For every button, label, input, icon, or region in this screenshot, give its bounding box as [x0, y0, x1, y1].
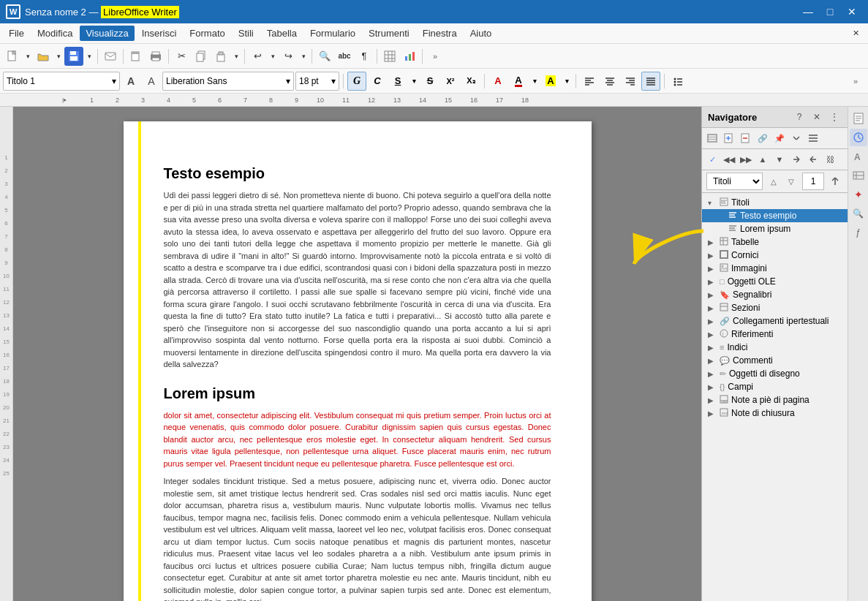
redo-button[interactable]: ↪: [279, 47, 298, 66]
menu-aiuto[interactable]: Aiuto: [464, 26, 498, 41]
align-right-button[interactable]: [621, 72, 640, 91]
nav-expand-all-button[interactable]: [788, 130, 804, 146]
subscript-button[interactable]: X₂: [461, 72, 480, 91]
italic-button[interactable]: C: [368, 72, 387, 91]
font-name-dropdown[interactable]: Liberation Sans ▾: [162, 72, 294, 91]
nav-item-riferimenti[interactable]: ▶ i Riferimenti: [702, 328, 848, 341]
nav-item-cornici[interactable]: ▶ Cornici: [702, 249, 848, 262]
underline-button[interactable]: S: [388, 72, 407, 91]
nav-item-oggetti-ole[interactable]: ▶ □ Oggetti OLE: [702, 275, 848, 288]
nav-down-button[interactable]: ▼: [771, 151, 788, 167]
nav-chain-button[interactable]: ⛓: [822, 151, 838, 167]
paste-dropdown-button[interactable]: ▾: [231, 47, 241, 66]
save-button[interactable]: [64, 47, 83, 66]
nav-item-campi[interactable]: ▶ {} Campi: [702, 380, 848, 393]
cat-collapse-button[interactable]: ▽: [783, 173, 799, 189]
copy-button[interactable]: [192, 47, 211, 66]
redo-dropdown-button[interactable]: ▾: [298, 47, 309, 66]
category-dropdown[interactable]: Titoli: [706, 173, 763, 190]
more-format-button[interactable]: »: [846, 72, 865, 91]
nav-item-testo-esempio[interactable]: Testo esempio: [702, 209, 848, 222]
outline-level-input[interactable]: [802, 173, 824, 190]
sidebar-effects-button[interactable]: ✦: [850, 186, 867, 203]
menu-modifica[interactable]: Modifica: [31, 26, 78, 41]
menu-finestra[interactable]: Finestra: [417, 26, 463, 41]
spell-button[interactable]: abc: [335, 47, 354, 66]
email-button[interactable]: [101, 47, 120, 66]
nav-item-commenti[interactable]: ▶ 💬 Commenti: [702, 354, 848, 367]
minimize-button[interactable]: —: [798, 1, 818, 22]
align-center-button[interactable]: [600, 72, 619, 91]
sidebar-navigator-button[interactable]: [850, 129, 867, 146]
nav-item-note-pie[interactable]: ▶ abc Note a piè di pagina: [702, 393, 848, 407]
cat-expand-button[interactable]: △: [766, 173, 782, 189]
nav-next-button[interactable]: ▶▶: [738, 151, 754, 167]
menu-stili[interactable]: Stili: [233, 26, 260, 41]
highlight-dropdown-button[interactable]: ▾: [562, 72, 572, 91]
font-color-dropdown-button[interactable]: ▾: [529, 72, 540, 91]
sidebar-functions-button[interactable]: ƒ: [850, 224, 867, 241]
table-button[interactable]: [380, 47, 399, 66]
align-left-button[interactable]: [580, 72, 599, 91]
menu-visualizza[interactable]: Visualizza: [80, 26, 134, 41]
menu-formulario[interactable]: Formulario: [304, 26, 361, 41]
save-dropdown-button[interactable]: ▾: [84, 47, 94, 66]
more-tools-button[interactable]: »: [426, 47, 445, 66]
menu-tabella[interactable]: Tabella: [261, 26, 303, 41]
chart-button[interactable]: [400, 47, 419, 66]
print-preview-button[interactable]: [127, 47, 146, 66]
sidebar-find-button[interactable]: 🔍: [850, 205, 867, 222]
menu-file[interactable]: File: [3, 26, 30, 41]
formatting-marks-button[interactable]: ¶: [355, 47, 374, 66]
nav-link-button[interactable]: 🔗: [755, 130, 771, 146]
menu-more-button[interactable]: ✕: [846, 24, 865, 43]
clear-format-button[interactable]: A: [488, 72, 507, 91]
maximize-button[interactable]: □: [820, 1, 840, 22]
undo-dropdown-button[interactable]: ▾: [268, 47, 278, 66]
find-button[interactable]: 🔍: [315, 47, 334, 66]
paragraph-style-dropdown[interactable]: Titolo 1 ▾: [3, 72, 120, 91]
font-color-button[interactable]: A: [509, 72, 528, 91]
nav-layout-button[interactable]: [805, 130, 821, 146]
bold-button[interactable]: G: [347, 72, 366, 91]
font-size-dropdown[interactable]: 18 pt ▾: [295, 72, 339, 91]
document-wrapper[interactable]: Testo esempio Udì dei passi leggeri diet…: [13, 107, 701, 601]
strikethrough-button[interactable]: S: [420, 72, 439, 91]
nav-promote-button[interactable]: [788, 151, 804, 167]
open-button[interactable]: [34, 47, 53, 66]
nav-delete-button[interactable]: [738, 130, 754, 146]
nav-item-disegno[interactable]: ▶ ✏ Oggetti di disegno: [702, 367, 848, 380]
nav-item-immagini[interactable]: ▶ Immagini: [702, 262, 848, 275]
nav-item-sezioni[interactable]: ▶ Sezioni: [702, 301, 848, 314]
superscript-button[interactable]: X²: [441, 72, 460, 91]
nav-prev-button[interactable]: ◀◀: [721, 151, 737, 167]
undo-button[interactable]: ↩: [248, 47, 267, 66]
new-style-button[interactable]: A: [142, 72, 161, 91]
open-dropdown-button[interactable]: ▾: [53, 47, 64, 66]
menu-inserisci[interactable]: Inserisci: [136, 26, 183, 41]
menu-formato[interactable]: Formato: [184, 26, 230, 41]
navigator-more-button[interactable]: ⋮: [827, 110, 842, 124]
nav-item-indici[interactable]: ▶ ≡ Indici: [702, 341, 848, 354]
cut-button[interactable]: ✂: [172, 47, 191, 66]
nav-pin-button[interactable]: 📌: [771, 130, 788, 146]
nav-tree-root[interactable]: ▾ Titoli: [702, 196, 848, 209]
align-justify-button[interactable]: [641, 72, 660, 91]
nav-item-segnalibri[interactable]: ▶ 🔖 Segnalibri: [702, 288, 848, 301]
menu-strumenti[interactable]: Strumenti: [363, 26, 415, 41]
list-button[interactable]: [668, 72, 687, 91]
nav-new-button[interactable]: [721, 130, 737, 146]
navigator-tree[interactable]: ▾ Titoli Testo esempio Lore: [702, 193, 848, 601]
nav-up-button[interactable]: ▲: [755, 151, 771, 167]
close-button[interactable]: ✕: [842, 1, 862, 22]
underline-dropdown-button[interactable]: ▾: [409, 72, 419, 91]
sidebar-gallery-button[interactable]: [850, 167, 867, 184]
new-button[interactable]: [3, 47, 22, 66]
nav-item-tabelle[interactable]: ▶ Tabelle: [702, 235, 848, 249]
nav-item-note-chiusura[interactable]: ▶ end Note di chiusura: [702, 407, 848, 420]
highlight-button[interactable]: A: [541, 72, 560, 91]
nav-toggle-button[interactable]: [704, 130, 720, 146]
sidebar-styles-button[interactable]: A: [850, 148, 867, 165]
nav-item-lorem-ipsum[interactable]: Lorem ipsum: [702, 222, 848, 235]
nav-item-collegamenti[interactable]: ▶ 🔗 Collegamenti ipertestuali: [702, 314, 848, 328]
